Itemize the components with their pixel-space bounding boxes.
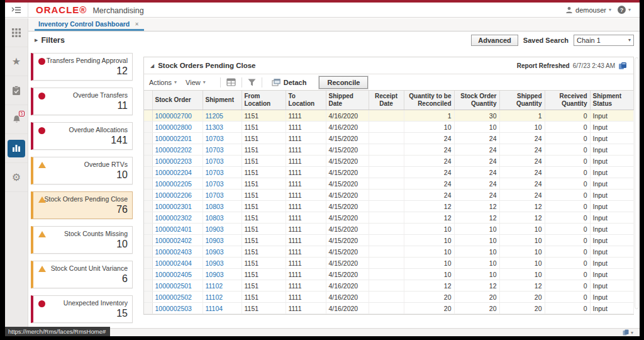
row-selector[interactable] — [144, 122, 152, 133]
cell-stock-order[interactable]: 1000002301 — [152, 201, 203, 212]
column-header-qty-to-be-reconciled[interactable]: Quantity to be Reconciled — [404, 91, 454, 110]
stock-order-link[interactable]: 1000002403 — [155, 248, 192, 256]
cell-shipment[interactable]: 10803 — [203, 201, 242, 212]
nav-settings[interactable]: ⚙ — [5, 163, 28, 192]
cell-stock-order[interactable]: 1000002404 — [152, 258, 203, 269]
column-header-from-location[interactable]: From Location — [242, 91, 286, 110]
cell-shipment[interactable]: 11205 — [203, 110, 242, 122]
nav-dashboard-active[interactable] — [5, 134, 28, 163]
shipment-link[interactable]: 11102 — [206, 293, 223, 301]
table-row[interactable]: 100000240410903115111114/15/20201010100I… — [144, 258, 633, 269]
column-header-shipped-quantity[interactable]: Shipped Quantity — [499, 91, 545, 110]
tile-stock-orders-pending-close[interactable]: Stock Orders Pending Close76 — [31, 191, 133, 219]
column-header-receipt-date[interactable]: Receipt Date — [369, 91, 404, 110]
row-selector[interactable] — [144, 303, 152, 314]
cell-stock-order[interactable]: 1000002405 — [152, 269, 203, 280]
cell-shipment[interactable]: 10703 — [203, 190, 242, 201]
row-selector[interactable] — [144, 110, 152, 122]
stock-order-link[interactable]: 1000002700 — [155, 112, 192, 120]
cell-stock-order[interactable]: 1000002402 — [152, 235, 203, 246]
table-row[interactable]: 100000230210803115111114/15/20201212120I… — [144, 212, 633, 224]
table-row[interactable]: 100000220110703115111114/15/20202424240I… — [144, 133, 633, 144]
advanced-button[interactable]: Advanced — [471, 35, 518, 46]
stock-order-link[interactable]: 1000002204 — [155, 169, 192, 176]
table-row[interactable]: 100000240310903115111114/15/20201010100I… — [144, 246, 633, 258]
cell-shipment[interactable]: 10903 — [203, 235, 242, 246]
table-row[interactable]: 100000220510703115111114/15/20202424240I… — [144, 178, 633, 190]
stock-order-link[interactable]: 1000002402 — [155, 237, 192, 244]
cell-shipment[interactable]: 10903 — [203, 269, 242, 280]
shipment-link[interactable]: 11205 — [206, 112, 223, 120]
close-icon[interactable]: ✕ — [135, 21, 139, 27]
column-header-to-location[interactable]: To Location — [286, 91, 326, 110]
shipment-link[interactable]: 10703 — [206, 180, 224, 188]
cell-stock-order[interactable]: 1000002501 — [152, 280, 203, 292]
row-selector[interactable] — [144, 156, 152, 167]
cell-stock-order[interactable]: 1000002302 — [152, 212, 203, 224]
row-selector[interactable] — [144, 212, 152, 224]
stock-order-link[interactable]: 1000002302 — [155, 214, 192, 222]
help-menu[interactable]: ? ▾ — [618, 6, 631, 14]
column-header-shipment-status[interactable]: Shipment Status — [590, 91, 633, 110]
cell-shipment[interactable]: 10903 — [203, 258, 242, 269]
cell-shipment[interactable]: 10703 — [203, 156, 242, 167]
row-selector[interactable] — [144, 269, 152, 280]
row-selector[interactable] — [144, 224, 152, 235]
row-selector[interactable] — [144, 201, 152, 212]
row-selector[interactable] — [144, 258, 152, 269]
cell-stock-order[interactable]: 1000002800 — [152, 122, 203, 133]
row-selector[interactable] — [144, 246, 152, 258]
tile-overdue-allocations[interactable]: Overdue Allocations141 — [31, 122, 133, 150]
row-selector[interactable] — [144, 292, 152, 303]
statusbar-widget[interactable]: ▾ — [623, 329, 633, 336]
stock-order-link[interactable]: 1000002201 — [155, 135, 192, 142]
row-selector[interactable] — [144, 235, 152, 246]
tile-stock-count-unit-variance[interactable]: Stock Count Unit Variance6 — [31, 261, 133, 288]
table-row[interactable]: 100000250211102115111114/16/20202020200I… — [144, 292, 633, 303]
shipment-link[interactable]: 11102 — [206, 282, 223, 290]
cell-shipment[interactable]: 10803 — [203, 212, 242, 224]
stock-order-link[interactable]: 1000002203 — [155, 157, 192, 165]
table-row[interactable]: 100000240110903115111114/15/20201010100I… — [144, 224, 633, 235]
drawer-toggle-icon[interactable] — [5, 3, 28, 17]
cell-shipment[interactable]: 10703 — [203, 178, 242, 190]
column-header-stock-order-quantity[interactable]: Stock Order Quantity — [454, 91, 499, 110]
row-selector[interactable] — [144, 190, 152, 201]
stock-order-link[interactable]: 1000002205 — [155, 180, 192, 188]
stock-order-link[interactable]: 1000002405 — [155, 271, 192, 278]
cell-stock-order[interactable]: 1000002401 — [152, 224, 203, 235]
stock-order-link[interactable]: 1000002301 — [155, 203, 192, 210]
actions-menu[interactable]: Actions ▾ — [149, 79, 177, 86]
column-header-shipped-date[interactable]: Shipped Date — [326, 91, 369, 110]
shipment-link[interactable]: 10903 — [206, 271, 224, 278]
saved-search-select[interactable]: Chain 1 ▾ — [574, 35, 634, 46]
cell-shipment[interactable]: 10703 — [203, 133, 242, 144]
nav-tasks[interactable] — [5, 76, 28, 105]
table-row[interactable]: 100000270011205115111114/16/202013010Inp… — [144, 110, 633, 122]
table-row[interactable]: 100000220210703115111114/15/20202424240I… — [144, 144, 633, 156]
row-selector[interactable] — [144, 133, 152, 144]
cell-stock-order[interactable]: 1000002203 — [152, 156, 203, 167]
cell-stock-order[interactable]: 1000002201 — [152, 133, 203, 144]
shipment-link[interactable]: 10903 — [206, 259, 224, 267]
shipment-link[interactable]: 11303 — [206, 123, 223, 131]
nav-favorites[interactable]: ★ — [5, 47, 28, 76]
table-row[interactable]: 100000240210903115111114/15/20201010100I… — [144, 235, 633, 246]
shipment-link[interactable]: 10703 — [206, 146, 224, 154]
column-header-stock-order[interactable]: Stock Order — [152, 91, 203, 110]
vertical-scrollbar[interactable] — [635, 57, 639, 309]
row-selector[interactable] — [144, 144, 152, 156]
shipment-link[interactable]: 10803 — [206, 214, 224, 222]
shipment-link[interactable]: 10903 — [206, 225, 224, 233]
row-selector[interactable] — [144, 167, 152, 178]
stock-order-link[interactable]: 1000002502 — [155, 293, 192, 301]
table-row[interactable]: 100000250111102115111114/16/20201212120I… — [144, 280, 633, 292]
view-menu[interactable]: View ▾ — [186, 79, 206, 86]
user-menu[interactable]: demouser ▾ — [565, 6, 611, 14]
tile-unexpected-inventory[interactable]: Unexpected Inventory15 — [31, 295, 133, 323]
column-header-shipment[interactable]: Shipment — [203, 91, 242, 110]
cell-stock-order[interactable]: 1000002403 — [152, 246, 203, 258]
cell-shipment[interactable]: 11303 — [203, 122, 242, 133]
tile-overdue-transfers[interactable]: Overdue Transfers11 — [31, 88, 133, 115]
cell-stock-order[interactable]: 1000002204 — [152, 167, 203, 178]
